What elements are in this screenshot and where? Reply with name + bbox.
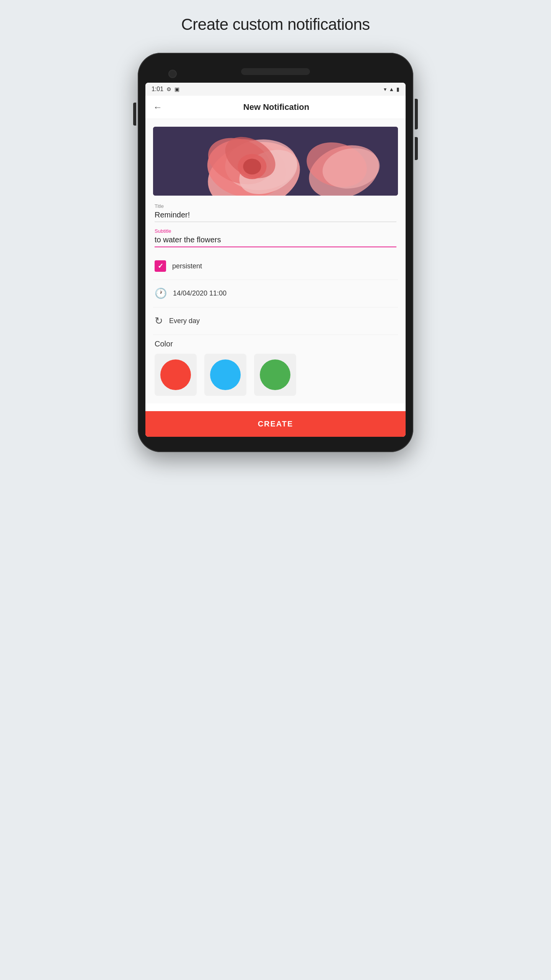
repeat-icon: ↻ [155,315,163,327]
status-right: ▾ ▲ ▮ [384,86,399,92]
color-swatch-green[interactable] [260,359,290,390]
battery-icon: ▮ [396,86,399,92]
color-swatches [155,354,396,396]
color-swatch-blue-wrapper[interactable] [204,354,246,396]
title-field-group: Title [153,203,398,222]
back-button[interactable]: ← [153,102,162,113]
persistent-checkbox[interactable]: ✓ [155,260,166,272]
subtitle-field-group: Subtitle [153,228,398,247]
color-swatch-red[interactable] [160,359,191,390]
svg-point-11 [243,158,261,174]
title-label: Title [155,203,396,209]
divider-2 [153,307,398,307]
phone-top [145,64,406,83]
front-camera [168,70,177,78]
subtitle-label: Subtitle [155,228,396,234]
persistent-label: persistent [172,262,202,270]
content-area: Title Subtitle ✓ persistent 🕐 14/04/2020… [145,119,406,403]
app-bar: ← New Notification [145,96,406,119]
divider-3 [153,335,398,335]
color-label: Color [155,340,396,348]
title-input[interactable] [155,211,396,222]
phone-frame: 1:01 ⚙ ▣ ▾ ▲ ▮ ← New Notification [138,53,413,452]
checkmark-icon: ✓ [158,262,163,270]
color-swatch-red-wrapper[interactable] [155,354,197,396]
clock-icon: 🕐 [155,287,167,299]
datetime-row[interactable]: 🕐 14/04/2020 11:00 [153,281,398,306]
volume-button [133,103,136,126]
phone-screen: 1:01 ⚙ ▣ ▾ ▲ ▮ ← New Notification [145,83,406,437]
status-left: 1:01 ⚙ ▣ [152,86,179,93]
signal-icon: ▲ [389,86,394,92]
settings-status-icon: ⚙ [166,86,171,92]
datetime-value: 14/04/2020 11:00 [173,289,227,297]
speaker [241,68,310,75]
color-section: Color [153,336,398,396]
create-button[interactable]: CREATE [145,411,406,437]
recurrence-row[interactable]: ↻ Every day [153,308,398,334]
power-button [415,99,418,129]
storage-status-icon: ▣ [174,86,179,92]
persistent-row[interactable]: ✓ persistent [153,253,398,279]
recurrence-value: Every day [169,317,200,325]
color-swatch-blue[interactable] [210,359,241,390]
color-swatch-green-wrapper[interactable] [254,354,296,396]
subtitle-input[interactable] [155,235,396,247]
wifi-icon: ▾ [384,86,386,92]
divider-1 [153,279,398,280]
app-bar-title: New Notification [170,102,383,112]
notification-image[interactable] [153,127,398,196]
page-title: Create custom notifications [181,15,370,34]
status-bar: 1:01 ⚙ ▣ ▾ ▲ ▮ [145,83,406,96]
power-button-2 [415,137,418,160]
status-time: 1:01 [152,86,163,93]
